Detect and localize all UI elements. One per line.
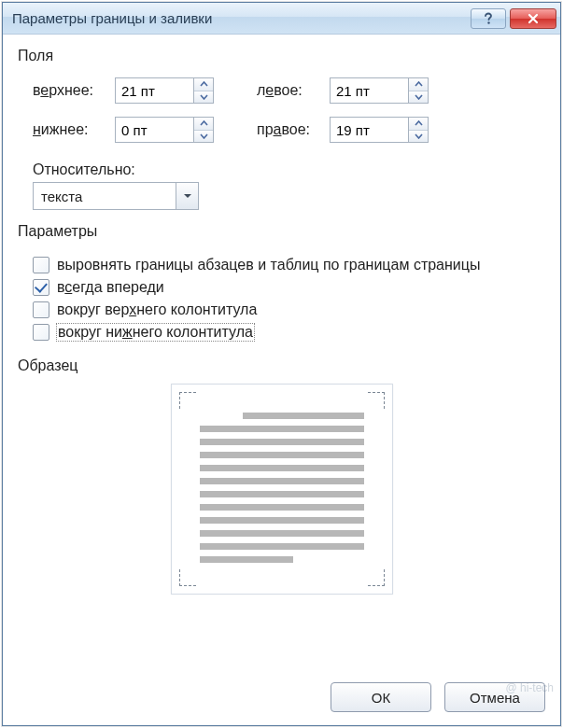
top-input[interactable] bbox=[115, 77, 193, 104]
ok-button[interactable]: ОК bbox=[331, 682, 431, 712]
bottom-spin-down[interactable] bbox=[194, 131, 213, 143]
check-front[interactable] bbox=[33, 279, 49, 296]
bottom-input[interactable] bbox=[115, 117, 193, 143]
check-footer[interactable] bbox=[33, 324, 49, 341]
margin-fields: верхнее: левое: bbox=[33, 77, 545, 143]
relative-label: Относительно: bbox=[33, 161, 545, 178]
chevron-down-icon bbox=[415, 133, 423, 139]
left-spinbox bbox=[330, 77, 429, 104]
check-front-row: всегда впереди bbox=[33, 279, 545, 296]
titlebar: Параметры границы и заливки bbox=[3, 3, 560, 35]
help-button[interactable] bbox=[471, 8, 506, 29]
bottom-spin-buttons bbox=[193, 117, 214, 143]
right-spin-down[interactable] bbox=[409, 131, 428, 143]
chevron-down-icon bbox=[200, 94, 208, 100]
right-spin-buttons bbox=[408, 117, 429, 143]
dialog-footer: ОК Отмена bbox=[18, 675, 545, 712]
left-spin-up[interactable] bbox=[409, 78, 428, 91]
top-spin-up[interactable] bbox=[194, 78, 213, 91]
corner-marker-tl bbox=[179, 392, 196, 409]
corner-marker-br bbox=[368, 569, 385, 586]
preview-area bbox=[18, 384, 545, 675]
right-input[interactable] bbox=[330, 117, 408, 143]
relative-value: текста bbox=[34, 183, 176, 209]
top-label: верхнее: bbox=[33, 82, 109, 99]
right-spin-up[interactable] bbox=[409, 118, 428, 131]
left-spin-buttons bbox=[408, 77, 429, 104]
check-align-row: выровнять границы абзацев и таблиц по гр… bbox=[33, 257, 545, 273]
bottom-label: нижнее: bbox=[33, 121, 109, 138]
top-spinbox bbox=[115, 77, 214, 104]
dialog-body: Поля верхнее: левое: bbox=[3, 35, 560, 725]
relative-dropdown-button[interactable] bbox=[176, 183, 198, 209]
check-footer-label: вокруг нижнего колонтитула bbox=[57, 324, 254, 341]
check-align-label: выровнять границы абзацев и таблиц по гр… bbox=[57, 257, 480, 273]
check-header-row: вокруг верхнего колонтитула bbox=[33, 301, 545, 318]
help-icon bbox=[483, 12, 494, 25]
chevron-down-icon bbox=[183, 193, 192, 199]
preview-group-label: Образец bbox=[18, 357, 545, 374]
preview-text-lines bbox=[200, 413, 364, 563]
svg-point-0 bbox=[487, 21, 489, 23]
right-label: правое: bbox=[257, 121, 324, 138]
check-footer-row: вокруг нижнего колонтитула bbox=[33, 324, 545, 341]
cancel-button[interactable]: Отмена bbox=[444, 682, 545, 712]
corner-marker-bl bbox=[179, 569, 196, 586]
close-icon bbox=[527, 13, 540, 24]
left-input[interactable] bbox=[330, 77, 408, 104]
top-spin-down[interactable] bbox=[194, 91, 213, 104]
close-button[interactable] bbox=[510, 8, 556, 29]
chevron-up-icon bbox=[415, 120, 423, 126]
check-front-label: всегда впереди bbox=[57, 279, 164, 296]
dialog-title: Параметры границы и заливки bbox=[12, 10, 467, 26]
bottom-spin-up[interactable] bbox=[194, 118, 213, 131]
check-header[interactable] bbox=[33, 301, 49, 318]
right-spinbox bbox=[330, 117, 429, 143]
preview-page bbox=[171, 384, 393, 595]
bottom-spinbox bbox=[115, 117, 214, 143]
dialog-window: Параметры границы и заливки Поля верхнее… bbox=[2, 2, 561, 726]
chevron-down-icon bbox=[200, 133, 208, 139]
params-checks: выровнять границы абзацев и таблиц по гр… bbox=[33, 251, 545, 346]
check-align[interactable] bbox=[33, 257, 49, 273]
corner-marker-tr bbox=[368, 392, 385, 409]
fields-group-label: Поля bbox=[18, 48, 545, 64]
chevron-down-icon bbox=[415, 94, 423, 100]
params-group-label: Параметры bbox=[18, 223, 545, 240]
relative-combobox[interactable]: текста bbox=[33, 182, 199, 210]
chevron-up-icon bbox=[200, 81, 208, 87]
left-label: левое: bbox=[257, 82, 324, 99]
top-spin-buttons bbox=[193, 77, 214, 104]
left-spin-down[interactable] bbox=[409, 91, 428, 104]
chevron-up-icon bbox=[200, 120, 208, 126]
chevron-up-icon bbox=[415, 81, 423, 87]
check-header-label: вокруг верхнего колонтитула bbox=[57, 301, 257, 318]
